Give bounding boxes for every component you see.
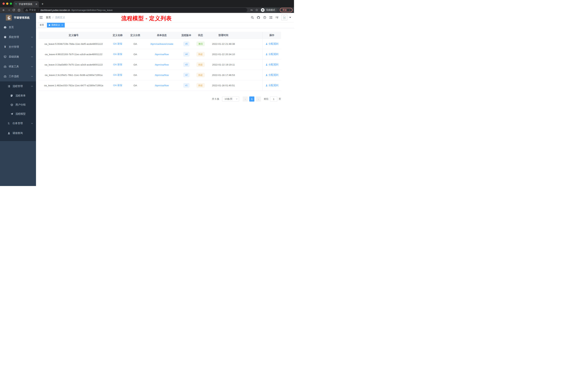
fullscreen-icon[interactable] <box>269 16 273 19</box>
sidebar-item-process-model[interactable]: 流程模型 <box>0 109 36 119</box>
table-body: oa_leave:5:004b710b-7b8a-11ec-8ef0-acde4… <box>39 39 281 91</box>
sidebar-item-label: 支付管理 <box>9 45 29 49</box>
definition-name-link[interactable]: OA 请假 <box>113 84 122 87</box>
sidebar-item-payment[interactable]: ¥ 支付管理 <box>0 42 36 52</box>
assign-rule-link[interactable]: 分配规则 <box>265 84 278 87</box>
chevron-down-icon <box>31 66 33 68</box>
assign-rule-link[interactable]: 分配规则 <box>265 53 278 56</box>
app-navbar: 首页 / 流程定义 流程模型 - 定义列表 <box>36 13 294 22</box>
browser-update-button[interactable]: 更新 ⋮ <box>280 8 293 12</box>
definition-id: oa_leave:3:1fad3d93-7b75-11ec-a3c8-acde4… <box>39 59 109 70</box>
sidebar-item-devtools[interactable]: 研发工具 <box>0 62 36 72</box>
page-size-select[interactable]: 10条/页 <box>222 97 239 101</box>
sidebar-item-workflow[interactable]: 工作流程 <box>0 72 36 81</box>
sidebar-item-leave-query[interactable]: 请假查询 <box>0 128 36 138</box>
assign-rule-link[interactable]: 分配规则 <box>265 73 278 77</box>
sidebar-item-process-mgmt[interactable]: 流程管理 <box>0 81 36 91</box>
table-row: oa_leave:5:004b710b-7b8a-11ec-8ef0-acde4… <box>39 39 281 49</box>
status-badge: 挂起 <box>197 73 205 77</box>
update-label: 更新 <box>282 9 287 12</box>
version-badge: v1 <box>183 83 189 88</box>
macos-traffic-lights[interactable] <box>2 2 12 5</box>
sidebar-item-infra[interactable]: 基础设施 <box>0 52 36 62</box>
zoom-window-button[interactable] <box>10 2 12 5</box>
form-info-link[interactable]: /bpm/oa/leave/create <box>150 43 173 45</box>
home-button[interactable] <box>17 8 21 12</box>
goto-page-input[interactable] <box>270 97 277 101</box>
list-icon <box>8 85 10 88</box>
incognito-icon <box>261 8 264 12</box>
avatar-caret-icon[interactable] <box>289 17 291 18</box>
breadcrumb: 首页 / 流程定义 <box>46 16 65 19</box>
tag-process-definition[interactable]: 流程定义 × <box>47 23 65 27</box>
definition-name-link[interactable]: OA 请假 <box>113 73 122 77</box>
tag-close-icon[interactable]: × <box>62 24 63 26</box>
next-page-button[interactable]: › <box>256 97 261 101</box>
briefcase-icon <box>4 75 7 78</box>
status-badge: 挂起 <box>197 52 205 56</box>
security-label: 不安全 <box>29 9 36 12</box>
tag-label: 流程定义 <box>51 23 60 27</box>
new-tab-button[interactable]: + <box>42 2 44 6</box>
status-badge: 激活 <box>197 42 205 46</box>
browser-tab[interactable]: 芋道管理系统 ✕ <box>13 1 39 7</box>
form-info-link[interactable]: /bpm/oa/flow <box>155 74 169 77</box>
assignee-person-icon <box>265 74 268 76</box>
minimize-window-button[interactable] <box>6 2 8 5</box>
github-icon[interactable] <box>257 16 260 19</box>
reload-button[interactable] <box>12 8 16 12</box>
sidebar-item-label: 流程管理 <box>12 85 29 88</box>
sidebar-item-process-form[interactable]: 流程表单 <box>0 91 36 100</box>
definition-id: oa_leave:4:991f2193-7b7f-11ec-a3c8-acde4… <box>39 49 109 59</box>
prev-page-button[interactable]: ‹ <box>243 97 248 101</box>
breadcrumb-home[interactable]: 首页 <box>46 16 51 19</box>
sidebar-item-label: 基础设施 <box>9 55 29 58</box>
help-icon[interactable] <box>263 16 266 19</box>
assign-rule-link[interactable]: 分配规则 <box>265 63 278 66</box>
search-icon[interactable] <box>251 16 254 19</box>
active-tag-dot <box>49 24 50 26</box>
row-filler <box>239 80 262 90</box>
logo-title: 芋道管理系统 <box>14 16 30 20</box>
browser-menu-icon[interactable]: ⋮ <box>288 9 291 11</box>
assignee-person-icon <box>265 64 268 66</box>
definition-name-link[interactable]: OA 请假 <box>113 53 122 56</box>
avatar[interactable] <box>282 15 287 20</box>
dashboard-icon <box>4 26 7 29</box>
definition-name-link[interactable]: OA 请假 <box>113 63 122 66</box>
sidebar-item-task-mgmt[interactable]: 任务管理 <box>0 119 36 128</box>
close-window-button[interactable] <box>2 2 5 5</box>
assign-rule-link[interactable]: 分配规则 <box>265 42 278 45</box>
definition-name-link[interactable]: OA 请假 <box>113 42 122 45</box>
workflow-submenu: 流程管理 流程表单 用户分组 流程模型 任务管理 <box>0 81 36 141</box>
forward-button[interactable] <box>7 8 11 12</box>
form-info-link[interactable]: /bpm/oa/flow <box>155 63 169 66</box>
tag-home[interactable]: 首页 <box>38 23 46 27</box>
address-bar[interactable]: 不安全 dashboard.yudao.iocoder.cn/bpm/manag… <box>23 8 247 12</box>
warning-icon <box>25 9 28 11</box>
sidebar-item-label: 流程表单 <box>15 94 33 97</box>
form-info-link[interactable]: /bpm/oa/flow <box>155 84 169 87</box>
key-icon[interactable] <box>250 8 254 12</box>
logo-avatar: 🐇 <box>6 15 12 21</box>
table-row: oa_leave:1:482ec033-762a-11ec-8477-a2380… <box>39 80 281 91</box>
sidebar-item-label: 首页 <box>9 26 33 29</box>
address-divider <box>38 9 38 11</box>
font-size-icon[interactable]: TT <box>275 16 279 19</box>
sidebar-item-home[interactable]: 首页 <box>0 22 36 32</box>
row-filler <box>239 70 262 80</box>
current-page-button[interactable]: 1 <box>249 97 254 101</box>
toolbox-icon <box>4 65 7 68</box>
sidebar-item-system[interactable]: 系统管理 <box>0 32 36 42</box>
pagination: 共 5 条 10条/页 ‹ 1 › 前往 页 <box>39 97 281 101</box>
bookmark-star-icon[interactable] <box>254 8 259 12</box>
row-filler <box>239 59 262 70</box>
sidebar: 🐇 芋道管理系统 首页 系统管理 ¥ 支付管理 基础设施 <box>0 13 36 186</box>
form-info-link[interactable]: /bpm/oa/flow <box>155 53 169 56</box>
version-badge: v2 <box>183 73 189 77</box>
browser-tab-strip: 芋道管理系统 ✕ + <box>0 0 294 7</box>
sidebar-item-user-group[interactable]: 用户分组 <box>0 100 36 109</box>
back-button[interactable] <box>1 8 6 12</box>
tab-close-icon[interactable]: ✕ <box>35 3 37 6</box>
hamburger-icon[interactable] <box>39 16 43 19</box>
